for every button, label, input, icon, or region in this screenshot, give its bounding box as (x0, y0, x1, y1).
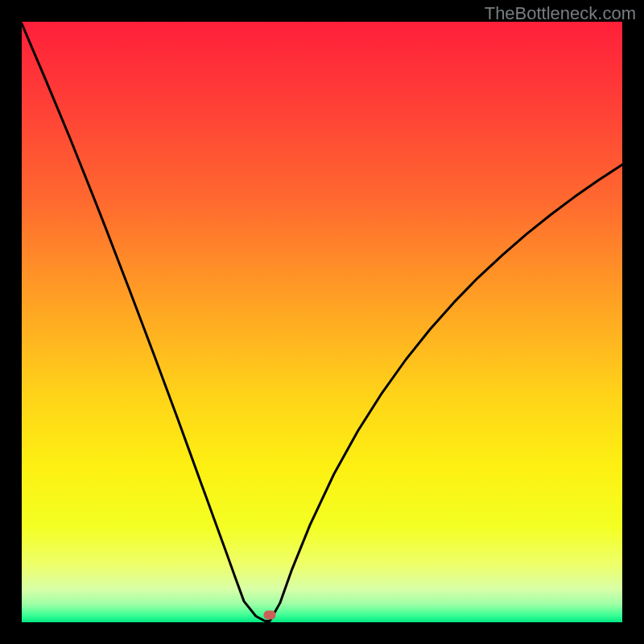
chart-frame: TheBottleneck.com (0, 0, 644, 644)
plot-area (22, 22, 622, 622)
optimal-point-marker (264, 611, 276, 620)
watermark-text: TheBottleneck.com (485, 3, 636, 24)
gradient-background (22, 22, 622, 622)
chart-svg (22, 22, 622, 622)
